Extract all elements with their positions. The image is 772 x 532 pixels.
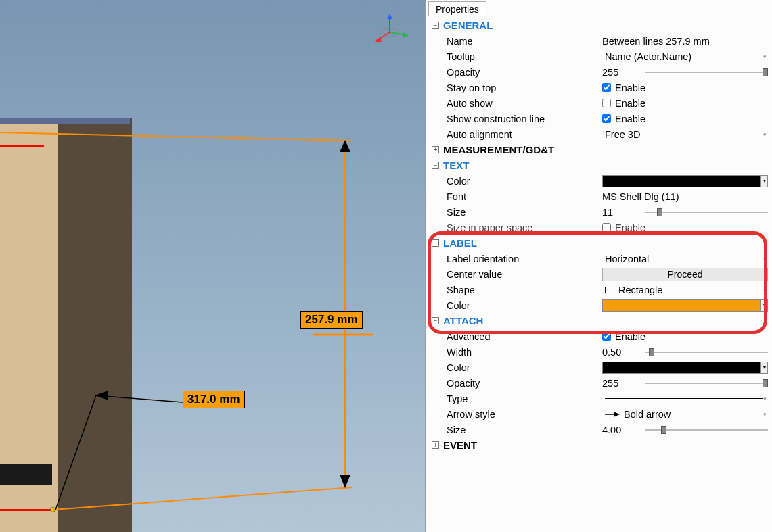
label-arrowstyle: Arrow style	[447, 409, 602, 420]
label-attach-color: Color	[447, 362, 602, 373]
section-label: LABEL	[443, 237, 477, 249]
dropdown-arrowstyle[interactable]: Bold arrow▾	[602, 408, 768, 421]
value-attach-size: 4.00	[602, 425, 639, 435]
toggle-event[interactable]: +	[432, 441, 439, 449]
check-showconstr[interactable]	[602, 114, 611, 123]
properties-panel: Properties − GENERAL Name Tooltip Name (…	[426, 0, 772, 532]
slider-attach-size[interactable]	[645, 425, 768, 435]
label-text-color: Color	[447, 176, 602, 187]
view-axis-gizmo[interactable]	[369, 12, 410, 46]
svg-marker-4	[340, 475, 350, 488]
button-center-proceed[interactable]: Proceed	[602, 268, 768, 281]
label-font: Font	[447, 191, 602, 202]
dimension-label-1[interactable]: 257.9 mm	[300, 311, 363, 329]
model-mid-strip	[0, 464, 52, 485]
label-orient: Label orientation	[447, 253, 602, 264]
svg-marker-10	[387, 14, 392, 19]
check-sizepaper[interactable]	[602, 223, 611, 232]
toggle-attach[interactable]: −	[432, 317, 439, 324]
toggle-text[interactable]: −	[432, 162, 439, 169]
svg-marker-17	[614, 412, 620, 417]
label-attach-opacity: Opacity	[447, 378, 602, 389]
label-sizepaper: Size in paper space	[447, 222, 602, 233]
label-showconstr: Show construction line	[447, 114, 602, 124]
svg-marker-12	[403, 32, 409, 38]
slider-attach-opacity[interactable]	[645, 378, 768, 389]
label-shape: Shape	[447, 285, 602, 295]
value-text-size: 11	[602, 207, 639, 218]
toggle-general[interactable]: −	[432, 22, 439, 29]
label-autoalign: Auto alignment	[447, 129, 602, 140]
slider-width[interactable]	[645, 347, 768, 358]
slider-opacity[interactable]	[645, 67, 768, 78]
label-text-size: Size	[447, 207, 602, 218]
label-label-color: Color	[447, 300, 602, 311]
dropdown-line-type[interactable]: ▾	[602, 392, 768, 406]
slider-text-size[interactable]	[645, 207, 768, 218]
section-event: EVENT	[443, 439, 477, 451]
arrow-icon	[605, 411, 620, 418]
check-autoshow[interactable]	[602, 99, 611, 107]
label-name: Name	[447, 36, 602, 47]
label-center: Center value	[447, 269, 602, 280]
edge-highlight-top	[0, 145, 44, 147]
section-text: TEXT	[443, 160, 469, 171]
section-attach: ATTACH	[443, 315, 483, 327]
dropdown-tooltip[interactable]: Name (Actor.Name)▾	[602, 50, 768, 64]
section-measurement: MEASUREMENT/GD&T	[443, 144, 554, 155]
label-width: Width	[447, 347, 602, 358]
swatch-text-color[interactable]: ▾	[602, 175, 768, 187]
toggle-label[interactable]: −	[432, 239, 439, 247]
value-width: 0.50	[602, 347, 639, 358]
input-name[interactable]	[602, 36, 768, 47]
swatch-attach-color[interactable]: ▾	[602, 362, 768, 374]
value-opacity: 255	[602, 67, 639, 78]
section-general: GENERAL	[443, 20, 493, 31]
dropdown-shape[interactable]: Rectangle▾	[602, 283, 768, 297]
label-tooltip: Tooltip	[447, 51, 602, 62]
model-top-edge	[0, 118, 130, 124]
svg-marker-3	[340, 140, 350, 152]
dropdown-autoalign[interactable]: Free 3D▾	[602, 128, 768, 141]
value-attach-opacity: 255	[602, 378, 639, 389]
tab-properties[interactable]: Properties	[428, 1, 486, 16]
value-font[interactable]: MS Shell Dlg (11)	[602, 191, 679, 202]
check-advanced[interactable]	[602, 332, 611, 341]
label-advanced: Advanced	[447, 331, 602, 342]
edge-point	[50, 507, 55, 512]
edge-highlight-bottom	[0, 509, 52, 511]
label-opacity: Opacity	[447, 67, 602, 78]
label-stayontop: Stay on top	[447, 82, 602, 93]
3d-viewport[interactable]: 257.9 mm 317.0 mm	[0, 0, 426, 532]
swatch-label-color[interactable]: ▾	[602, 299, 768, 312]
label-type: Type	[447, 393, 602, 404]
dimension-label-2[interactable]: 317.0 mm	[183, 391, 245, 408]
label-autoshow: Auto show	[447, 98, 602, 109]
toggle-measurement[interactable]: +	[432, 146, 439, 153]
rectangle-icon	[605, 287, 614, 293]
check-stayontop[interactable]	[602, 83, 611, 92]
dropdown-label-orient[interactable]: Horizontal▾	[602, 252, 768, 266]
tab-bar: Properties	[426, 0, 772, 16]
label-attach-size: Size	[447, 425, 602, 435]
